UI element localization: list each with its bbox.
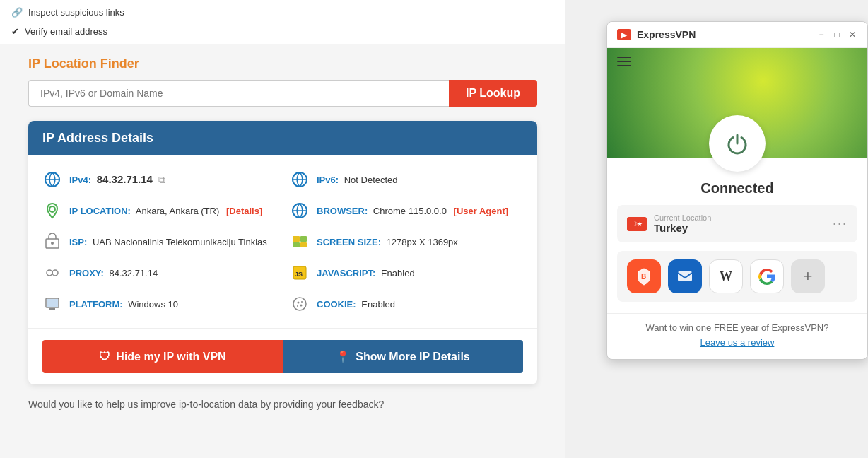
mail-shortcut[interactable] <box>668 259 702 293</box>
svg-rect-15 <box>47 299 58 307</box>
titlebar-controls: − □ ✕ <box>816 30 857 40</box>
shield-icon: 🛡 <box>99 351 110 363</box>
location-pin-icon: 📍 <box>336 350 350 363</box>
inspect-label: Inspect suspicious links <box>28 7 124 18</box>
ip-location-row: IP LOCATION: Ankara, Ankara (TR) [Detail… <box>42 201 276 221</box>
add-shortcut[interactable]: + <box>791 259 825 293</box>
verify-label: Verify email address <box>25 26 107 37</box>
hamburger-line-3 <box>617 65 631 66</box>
isp-icon <box>42 232 62 252</box>
svg-point-5 <box>51 242 54 245</box>
copy-icon[interactable]: ⧉ <box>158 174 165 185</box>
javascript-row: JS JAVASCRIPT: Enabled <box>290 263 523 283</box>
location-info: Current Location Turkey <box>654 213 826 234</box>
review-link[interactable]: Leave us a review <box>618 337 856 348</box>
ipv6-icon <box>290 170 310 189</box>
svg-rect-8 <box>293 242 300 247</box>
current-location-name: Turkey <box>654 222 826 234</box>
hamburger-line-1 <box>617 57 631 58</box>
dropdown-item-inspect[interactable]: 🔗 Inspect suspicious links <box>0 3 565 22</box>
vpn-app-title: ExpressVPN <box>637 29 696 40</box>
ip-lookup-button[interactable]: IP Lookup <box>449 80 537 107</box>
proxy-icon <box>42 263 62 283</box>
main-content: 🔗 Inspect suspicious links ✔ Verify emai… <box>0 0 565 458</box>
ip-details-header: IP Address Details <box>28 121 537 155</box>
expressvpn-logo-icon: ▶ <box>617 29 631 40</box>
dropdown-menu: 🔗 Inspect suspicious links ✔ Verify emai… <box>0 0 565 44</box>
search-input[interactable] <box>28 80 449 107</box>
feedback-text: Would you like to help us improve ip-to-… <box>28 399 537 410</box>
proxy-row: PROXY: 84.32.71.14 <box>42 263 276 283</box>
cookie-row: COOKIE: Enabled <box>290 294 523 314</box>
brave-shortcut[interactable]: B <box>627 259 661 293</box>
hamburger-line-2 <box>617 61 631 62</box>
isp-row: ISP: UAB Nacionalinis Telekomunikaciju T… <box>42 232 276 252</box>
svg-text:JS: JS <box>295 271 303 278</box>
close-button[interactable]: ✕ <box>848 30 857 40</box>
location-more-options[interactable]: ··· <box>833 216 848 231</box>
vpn-location-row[interactable]: ☽★ Current Location Turkey ··· <box>617 205 857 242</box>
svg-point-22 <box>301 301 303 303</box>
svg-point-2 <box>49 206 55 212</box>
svg-text:B: B <box>641 273 646 281</box>
turkey-flag: ☽★ <box>627 217 647 231</box>
svg-rect-24 <box>678 271 692 281</box>
svg-rect-17 <box>48 310 57 310</box>
browser-icon <box>290 201 310 221</box>
svg-point-18 <box>293 298 306 310</box>
action-buttons: 🛡 Hide my IP with VPN 📍 Show More IP Det… <box>28 328 537 384</box>
ip-finder-section: IP Location Finder IP Lookup IP Address … <box>28 57 537 410</box>
svg-point-19 <box>298 302 300 304</box>
svg-point-10 <box>47 270 52 276</box>
svg-rect-9 <box>300 242 307 247</box>
vpn-logo: ▶ ExpressVPN <box>617 29 816 40</box>
vpn-shortcuts: B W + <box>617 251 857 302</box>
svg-rect-16 <box>49 308 55 310</box>
browser-row: BROWSER: Chrome 115.0.0.0 [User Agent] <box>290 201 523 221</box>
vpn-titlebar: ▶ ExpressVPN − □ ✕ <box>607 22 867 48</box>
review-prompt-text: Want to win one FREE year of ExpressVPN? <box>618 322 856 333</box>
platform-row: PLATFORM: Windows 10 <box>42 294 276 314</box>
svg-rect-7 <box>300 236 307 242</box>
expressvpn-panel: ▶ ExpressVPN − □ ✕ Connected ☽★ <box>606 21 868 360</box>
google-shortcut[interactable] <box>750 259 784 293</box>
wikipedia-shortcut[interactable]: W <box>709 259 743 293</box>
ipv6-row: IPv6: Not Detected <box>290 170 523 189</box>
hide-ip-button[interactable]: 🛡 Hide my IP with VPN <box>42 340 283 373</box>
restore-button[interactable]: □ <box>832 30 842 40</box>
ip-location-details-link[interactable]: [Details] <box>226 206 262 216</box>
browser-user-agent-link[interactable]: [User Agent] <box>454 206 509 216</box>
ipv4-icon <box>42 170 62 189</box>
vpn-gradient-background <box>607 48 867 158</box>
ip-details-card: IP Address Details IPv4: 84.32.71.14 ⧉ <box>28 121 537 384</box>
svg-rect-6 <box>293 236 300 242</box>
vpn-review-section: Want to win one FREE year of ExpressVPN?… <box>607 313 867 359</box>
platform-icon <box>42 294 62 314</box>
location-icon <box>42 201 62 221</box>
power-button[interactable] <box>709 115 766 172</box>
show-more-button[interactable]: 📍 Show More IP Details <box>283 340 523 373</box>
verify-icon: ✔ <box>11 26 19 37</box>
svg-point-11 <box>52 270 58 276</box>
hamburger-menu[interactable] <box>617 57 631 66</box>
screen-row: SCREEN SIZE: 1278px X 1369px <box>290 232 523 252</box>
screen-icon <box>290 232 310 252</box>
ipv4-row: IPv4: 84.32.71.14 ⧉ <box>42 170 276 189</box>
current-location-label: Current Location <box>654 213 826 222</box>
inspect-icon: 🔗 <box>11 7 23 18</box>
svg-point-20 <box>300 305 303 307</box>
ip-finder-title: IP Location Finder <box>28 57 537 71</box>
vpn-status-text: Connected <box>618 180 856 196</box>
dropdown-item-verify[interactable]: ✔ Verify email address <box>0 22 565 41</box>
power-icon <box>723 129 751 158</box>
search-row: IP Lookup <box>28 80 537 107</box>
minimize-button[interactable]: − <box>816 30 826 40</box>
ip-details-body: IPv4: 84.32.71.14 ⧉ IPv6: <box>28 155 537 328</box>
svg-point-21 <box>297 305 298 307</box>
javascript-icon: JS <box>290 263 310 283</box>
cookie-icon <box>290 294 310 314</box>
